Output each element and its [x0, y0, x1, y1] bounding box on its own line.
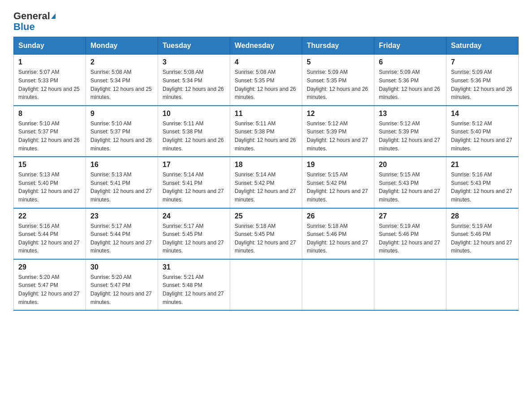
day-number: 20	[379, 161, 442, 169]
day-info: Sunrise: 5:14 AMSunset: 5:42 PMDaylight:…	[235, 171, 296, 203]
calendar-cell: 6 Sunrise: 5:09 AMSunset: 5:36 PMDayligh…	[374, 55, 446, 106]
day-number: 1	[18, 58, 81, 66]
day-info: Sunrise: 5:09 AMSunset: 5:36 PMDaylight:…	[451, 69, 512, 100]
calendar-cell: 14 Sunrise: 5:12 AMSunset: 5:40 PMDaylig…	[446, 106, 519, 157]
day-number: 4	[235, 58, 297, 66]
calendar-cell: 31 Sunrise: 5:21 AMSunset: 5:48 PMDaylig…	[158, 259, 230, 310]
day-info: Sunrise: 5:20 AMSunset: 5:47 PMDaylight:…	[18, 274, 80, 305]
day-number: 25	[235, 212, 297, 220]
logo-general: General	[13, 11, 50, 21]
calendar-weekday-wednesday: Wednesday	[230, 37, 302, 55]
day-info: Sunrise: 5:13 AMSunset: 5:41 PMDaylight:…	[90, 171, 152, 203]
day-number: 17	[163, 161, 225, 169]
day-number: 16	[90, 161, 153, 169]
day-info: Sunrise: 5:08 AMSunset: 5:34 PMDaylight:…	[90, 69, 152, 100]
day-info: Sunrise: 5:14 AMSunset: 5:41 PMDaylight:…	[163, 171, 224, 203]
calendar-cell: 23 Sunrise: 5:17 AMSunset: 5:44 PMDaylig…	[86, 208, 158, 259]
day-number: 5	[307, 58, 369, 66]
day-info: Sunrise: 5:11 AMSunset: 5:38 PMDaylight:…	[235, 120, 296, 152]
calendar-cell: 13 Sunrise: 5:12 AMSunset: 5:39 PMDaylig…	[374, 106, 446, 157]
calendar-cell: 15 Sunrise: 5:13 AMSunset: 5:40 PMDaylig…	[14, 157, 86, 208]
calendar-weekday-tuesday: Tuesday	[158, 37, 230, 55]
calendar-cell: 9 Sunrise: 5:10 AMSunset: 5:37 PMDayligh…	[86, 106, 158, 157]
day-number: 6	[379, 58, 442, 66]
calendar-cell: 26 Sunrise: 5:18 AMSunset: 5:46 PMDaylig…	[302, 208, 374, 259]
day-info: Sunrise: 5:08 AMSunset: 5:35 PMDaylight:…	[235, 69, 296, 100]
calendar-cell: 17 Sunrise: 5:14 AMSunset: 5:41 PMDaylig…	[158, 157, 230, 208]
calendar-week-row: 1 Sunrise: 5:07 AMSunset: 5:33 PMDayligh…	[14, 55, 519, 106]
day-number: 18	[235, 161, 297, 169]
calendar-cell: 25 Sunrise: 5:18 AMSunset: 5:45 PMDaylig…	[230, 208, 302, 259]
calendar-cell: 11 Sunrise: 5:11 AMSunset: 5:38 PMDaylig…	[230, 106, 302, 157]
day-info: Sunrise: 5:16 AMSunset: 5:43 PMDaylight:…	[451, 171, 512, 203]
calendar-cell: 7 Sunrise: 5:09 AMSunset: 5:36 PMDayligh…	[446, 55, 519, 106]
calendar-table: SundayMondayTuesdayWednesdayThursdayFrid…	[13, 37, 519, 311]
calendar-week-row: 29 Sunrise: 5:20 AMSunset: 5:47 PMDaylig…	[14, 259, 519, 310]
calendar-cell: 21 Sunrise: 5:16 AMSunset: 5:43 PMDaylig…	[446, 157, 519, 208]
day-info: Sunrise: 5:12 AMSunset: 5:39 PMDaylight:…	[379, 120, 440, 152]
calendar-cell: 27 Sunrise: 5:19 AMSunset: 5:46 PMDaylig…	[374, 208, 446, 259]
day-info: Sunrise: 5:12 AMSunset: 5:39 PMDaylight:…	[307, 120, 368, 152]
day-number: 28	[451, 212, 514, 220]
calendar-cell: 2 Sunrise: 5:08 AMSunset: 5:34 PMDayligh…	[86, 55, 158, 106]
calendar-cell: 24 Sunrise: 5:17 AMSunset: 5:45 PMDaylig…	[158, 208, 230, 259]
day-number: 23	[90, 212, 153, 220]
calendar-weekday-monday: Monday	[86, 37, 158, 55]
calendar-cell: 3 Sunrise: 5:08 AMSunset: 5:34 PMDayligh…	[158, 55, 230, 106]
day-info: Sunrise: 5:07 AMSunset: 5:33 PMDaylight:…	[18, 69, 80, 100]
day-number: 27	[379, 212, 442, 220]
day-info: Sunrise: 5:18 AMSunset: 5:45 PMDaylight:…	[235, 223, 296, 254]
calendar-cell: 22 Sunrise: 5:16 AMSunset: 5:44 PMDaylig…	[14, 208, 86, 259]
day-info: Sunrise: 5:09 AMSunset: 5:35 PMDaylight:…	[307, 69, 368, 100]
calendar-cell: 16 Sunrise: 5:13 AMSunset: 5:41 PMDaylig…	[86, 157, 158, 208]
day-number: 30	[90, 263, 153, 271]
day-info: Sunrise: 5:15 AMSunset: 5:42 PMDaylight:…	[307, 171, 368, 203]
day-info: Sunrise: 5:17 AMSunset: 5:44 PMDaylight:…	[90, 223, 152, 254]
day-number: 22	[18, 212, 81, 220]
day-info: Sunrise: 5:11 AMSunset: 5:38 PMDaylight:…	[163, 120, 224, 152]
day-number: 19	[307, 161, 369, 169]
day-info: Sunrise: 5:10 AMSunset: 5:37 PMDaylight:…	[18, 120, 80, 152]
calendar-weekday-saturday: Saturday	[446, 37, 519, 55]
day-number: 21	[451, 161, 514, 169]
day-info: Sunrise: 5:20 AMSunset: 5:47 PMDaylight:…	[90, 274, 152, 305]
day-number: 10	[163, 110, 225, 118]
calendar-header-row: SundayMondayTuesdayWednesdayThursdayFrid…	[14, 37, 519, 55]
calendar-weekday-thursday: Thursday	[302, 37, 374, 55]
day-number: 2	[90, 58, 153, 66]
day-info: Sunrise: 5:19 AMSunset: 5:46 PMDaylight:…	[451, 223, 512, 254]
calendar-cell: 12 Sunrise: 5:12 AMSunset: 5:39 PMDaylig…	[302, 106, 374, 157]
calendar-cell: 5 Sunrise: 5:09 AMSunset: 5:35 PMDayligh…	[302, 55, 374, 106]
day-info: Sunrise: 5:17 AMSunset: 5:45 PMDaylight:…	[163, 223, 224, 254]
day-number: 26	[307, 212, 369, 220]
calendar-week-row: 15 Sunrise: 5:13 AMSunset: 5:40 PMDaylig…	[14, 157, 519, 208]
calendar-cell	[374, 259, 446, 310]
day-info: Sunrise: 5:12 AMSunset: 5:40 PMDaylight:…	[451, 120, 512, 152]
calendar-cell: 1 Sunrise: 5:07 AMSunset: 5:33 PMDayligh…	[14, 55, 86, 106]
day-number: 9	[90, 110, 153, 118]
day-info: Sunrise: 5:18 AMSunset: 5:46 PMDaylight:…	[307, 223, 368, 254]
day-info: Sunrise: 5:09 AMSunset: 5:36 PMDaylight:…	[379, 69, 440, 100]
logo-triangle-icon	[51, 13, 56, 19]
page-header: General Blue	[13, 9, 519, 32]
day-info: Sunrise: 5:15 AMSunset: 5:43 PMDaylight:…	[379, 171, 440, 203]
day-number: 12	[307, 110, 369, 118]
logo: General Blue	[13, 9, 56, 32]
calendar-weekday-sunday: Sunday	[14, 37, 86, 55]
calendar-cell	[302, 259, 374, 310]
day-info: Sunrise: 5:21 AMSunset: 5:48 PMDaylight:…	[163, 274, 224, 305]
calendar-cell: 10 Sunrise: 5:11 AMSunset: 5:38 PMDaylig…	[158, 106, 230, 157]
calendar-weekday-friday: Friday	[374, 37, 446, 55]
day-number: 8	[18, 110, 81, 118]
day-number: 3	[163, 58, 225, 66]
day-info: Sunrise: 5:13 AMSunset: 5:40 PMDaylight:…	[18, 171, 80, 203]
calendar-cell	[230, 259, 302, 310]
calendar-week-row: 8 Sunrise: 5:10 AMSunset: 5:37 PMDayligh…	[14, 106, 519, 157]
calendar-week-row: 22 Sunrise: 5:16 AMSunset: 5:44 PMDaylig…	[14, 208, 519, 259]
day-number: 14	[451, 110, 514, 118]
calendar-cell: 19 Sunrise: 5:15 AMSunset: 5:42 PMDaylig…	[302, 157, 374, 208]
day-number: 13	[379, 110, 442, 118]
calendar-cell	[446, 259, 519, 310]
logo-blue-text: Blue	[13, 21, 35, 32]
day-info: Sunrise: 5:16 AMSunset: 5:44 PMDaylight:…	[18, 223, 80, 254]
